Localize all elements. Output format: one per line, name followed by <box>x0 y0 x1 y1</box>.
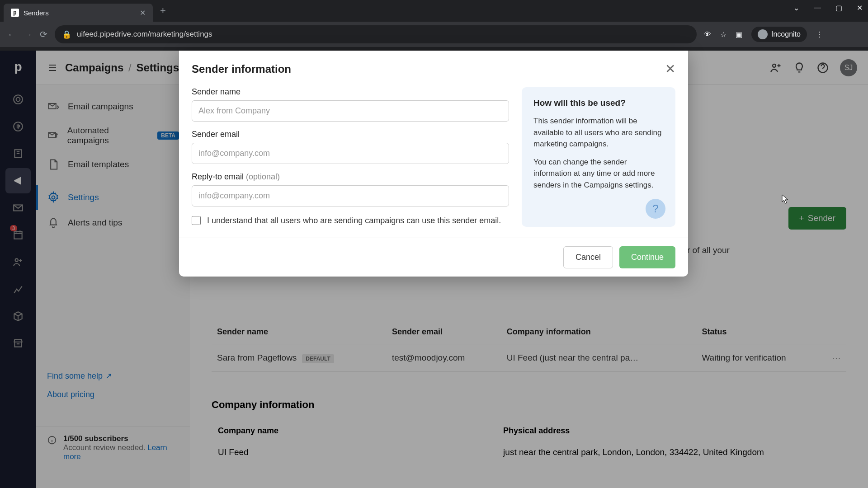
url-bar[interactable]: 🔒 uifeed.pipedrive.com/marketing/setting… <box>55 25 697 43</box>
sender-name-input[interactable] <box>192 100 509 122</box>
info-paragraph-2: You can change the sender information at… <box>533 156 664 191</box>
info-title: How will this be used? <box>533 98 664 108</box>
extension-icon[interactable]: ▣ <box>736 30 742 39</box>
modal-info-panel: How will this be used? This sender infor… <box>522 87 675 227</box>
sender-name-label: Sender name <box>192 87 509 97</box>
sender-email-label: Sender email <box>192 130 509 139</box>
browser-tab[interactable]: p Senders ✕ <box>4 4 153 22</box>
sender-email-input[interactable] <box>192 143 509 164</box>
modal-title: Sender information <box>192 63 291 75</box>
forward-button[interactable]: → <box>24 29 33 40</box>
reload-button[interactable]: ⟳ <box>40 29 47 40</box>
lightbulb-icon: ? <box>646 199 665 219</box>
reply-to-input[interactable] <box>192 185 509 206</box>
maximize-icon[interactable]: ▢ <box>835 4 842 12</box>
incognito-icon <box>758 29 768 39</box>
browser-chrome: p Senders ✕ + ⌄ — ▢ ✕ ← → ⟳ 🔒 uifeed.pip… <box>0 0 868 51</box>
eye-off-icon[interactable]: 👁 <box>704 30 711 38</box>
tab-close-icon[interactable]: ✕ <box>140 9 146 17</box>
window-controls: ⌄ — ▢ ✕ <box>793 4 863 12</box>
tab-favicon: p <box>11 9 19 17</box>
reply-to-label: Reply-to email (optional) <box>192 172 509 182</box>
star-icon[interactable]: ☆ <box>720 30 726 39</box>
url-text: uifeed.pipedrive.com/marketing/settings <box>77 30 212 39</box>
continue-button[interactable]: Continue <box>619 246 675 268</box>
incognito-badge: Incognito <box>751 27 807 42</box>
kebab-menu-icon[interactable]: ⋮ <box>816 30 823 39</box>
lock-icon: 🔒 <box>62 30 71 39</box>
info-paragraph-1: This sender information will be availabl… <box>533 115 664 150</box>
chevron-down-icon[interactable]: ⌄ <box>793 4 799 12</box>
sender-info-modal: Sender information ✕ Sender name Sender … <box>179 51 688 277</box>
modal-close-button[interactable]: ✕ <box>665 61 675 76</box>
back-button[interactable]: ← <box>7 29 16 40</box>
consent-label: I understand that all users who are send… <box>207 215 501 227</box>
consent-checkbox[interactable] <box>192 216 201 225</box>
new-tab-button[interactable]: + <box>160 5 166 17</box>
cancel-button[interactable]: Cancel <box>563 246 613 268</box>
minimize-icon[interactable]: — <box>814 4 821 12</box>
tab-title: Senders <box>24 9 135 17</box>
browser-toolbar: ← → ⟳ 🔒 uifeed.pipedrive.com/marketing/s… <box>0 22 868 47</box>
close-window-icon[interactable]: ✕ <box>857 4 863 12</box>
tab-bar: p Senders ✕ + ⌄ — ▢ ✕ <box>0 0 868 22</box>
